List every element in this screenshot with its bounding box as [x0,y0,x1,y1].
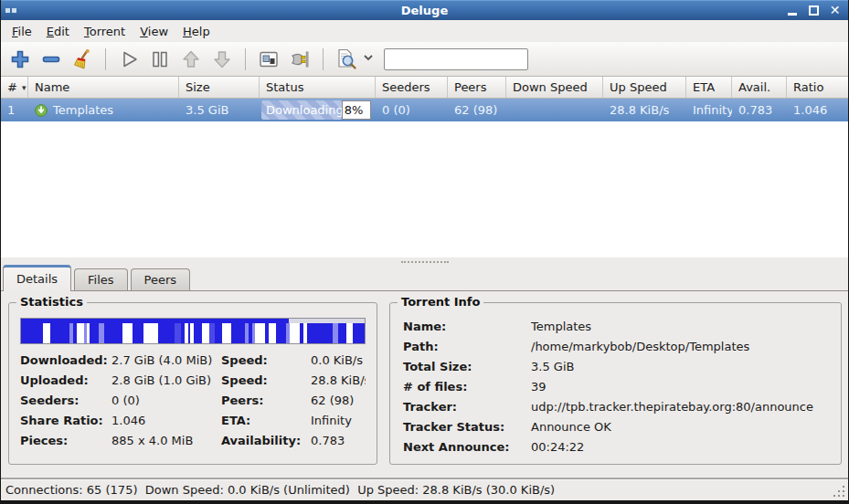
column-label: ETA [693,80,715,94]
stat-label: Pieces: [20,434,111,447]
cell-seeders: 0 (0) [376,99,448,121]
stat-label: Speed: [221,353,311,367]
stat-value: 2.7 GiB (4.0 MiB) [111,353,221,367]
menu-edit[interactable]: Edit [39,22,77,41]
tab-files[interactable]: Files [74,268,128,290]
pane-splitter[interactable] [1,257,848,267]
torrent-row[interactable]: 1Templates3.5 GiBDownloading 78%0 (0)62 … [1,99,848,121]
column-label: Down Speed [513,80,588,94]
resume-torrent-button[interactable] [115,46,143,73]
stat-label: Share Ratio: [20,414,111,427]
arrow-down-icon [211,48,233,70]
stat-label: Seeders: [20,394,111,407]
title-bar[interactable]: Deluge ✕ [1,0,848,20]
resize-grip[interactable] [833,485,845,498]
toolbar-separator [105,48,106,70]
stat-value: Infinity [311,414,366,427]
column-label: Up Speed [610,80,667,94]
torrent-info-frame: Torrent Info Name:TemplatesPath:/home/ma… [389,302,842,465]
info-label: Path: [403,340,531,353]
table-header: #▾NameSizeStatusSeedersPeersDown SpeedUp… [1,77,848,99]
info-value: Templates [531,320,828,333]
preferences-button[interactable] [255,46,282,73]
torrent-info-grid: Name:TemplatesPath:/home/markybob/Deskto… [403,320,828,454]
minus-icon [40,48,62,70]
column-label: Seeders [382,80,430,94]
queue-down-button[interactable] [208,46,236,73]
minimize-button[interactable] [787,5,799,16]
cell-ratio: 1.046 [787,99,848,121]
clear-finished-button[interactable] [69,46,96,73]
remove-torrent-button[interactable] [37,46,65,73]
stat-label: Speed: [221,373,311,387]
connection-manager-button[interactable] [286,46,313,73]
queue-up-button[interactable] [177,46,205,73]
column-header-up-speed[interactable]: Up Speed [603,77,686,98]
status-progressbar: Downloading 78% [261,100,373,120]
column-header-status[interactable]: Status [260,77,376,98]
plug-icon [289,48,311,70]
sort-indicator-icon: ▾ [22,83,27,92]
preferences-window-icon [258,48,280,70]
stat-value: 2.8 GiB (1.0 GiB) [111,373,221,387]
chevron-down-icon[interactable] [362,51,375,67]
menu-torrent[interactable]: Torrent [77,22,133,41]
statistics-grid: Downloaded:2.7 GiB (4.0 MiB)Speed:0.0 Ki… [20,353,366,447]
add-torrent-button[interactable] [6,46,34,73]
play-icon [118,48,140,70]
arrow-up-icon [180,48,202,70]
column-label: Status [266,80,303,94]
info-value: 39 [531,380,828,394]
tab-peers[interactable]: Peers [131,268,191,290]
column-label: Avail. [738,80,770,94]
pause-torrent-button[interactable] [146,46,174,73]
column-header-size[interactable]: Size [179,77,260,98]
info-label: Next Announce: [403,440,531,454]
column-label: Ratio [793,80,823,94]
menu-file[interactable]: File [5,22,39,41]
menu-view[interactable]: View [133,22,175,41]
cell-down_speed [506,99,603,121]
column-label: Size [186,80,210,94]
splitter-grip-icon [401,261,449,263]
column-header-peers[interactable]: Peers [448,77,506,98]
info-label: # of files: [403,380,531,394]
stat-label: Availability: [221,434,311,447]
torrent-list-empty-area[interactable] [1,121,848,257]
tab-details[interactable]: Details [3,265,71,291]
toolbar [1,42,848,77]
info-label: Name: [403,320,531,333]
menu-help[interactable]: Help [175,22,218,41]
column-header-name[interactable]: Name [28,77,179,98]
stat-label: Uploaded: [20,373,111,387]
stat-label: ETA: [221,414,311,427]
toolbar-separator [245,48,246,70]
column-header-#[interactable]: #▾ [1,77,28,98]
torrent-info-legend: Torrent Info [398,295,483,309]
column-header-eta[interactable]: ETA [686,77,732,98]
column-label: Peers [454,80,487,94]
column-header-seeders[interactable]: Seeders [376,77,448,98]
pieces-barcode [21,323,365,343]
close-button[interactable]: ✕ [829,5,841,16]
column-label: Name [35,80,69,94]
pieces-bar [20,318,366,344]
cell-up_speed: 28.8 KiB/s [603,99,686,121]
stat-label: Downloaded: [20,353,111,367]
column-header-down-speed[interactable]: Down Speed [506,77,603,98]
search-input[interactable] [384,48,528,70]
torrent-list: #▾NameSizeStatusSeedersPeersDown SpeedUp… [1,77,848,257]
torrent-name: Templates [53,103,113,117]
info-value: 3.5 GiB [531,360,828,373]
column-header-avail-[interactable]: Avail. [732,77,787,98]
details-tabstrip: DetailsFilesPeers [1,267,848,290]
maximize-button[interactable] [808,5,820,16]
info-value: Announce OK [531,420,828,434]
column-header-ratio[interactable]: Ratio [787,77,848,98]
details-panel: Statistics Downloaded:2.7 GiB (4.0 MiB)S… [1,290,848,478]
search-filter-button[interactable] [333,46,360,73]
menu-bar: FileEditTorrentViewHelp [1,20,848,42]
cell-avail: 0.783 [732,99,787,121]
info-label: Total Size: [403,360,531,373]
column-label: # [7,80,17,94]
